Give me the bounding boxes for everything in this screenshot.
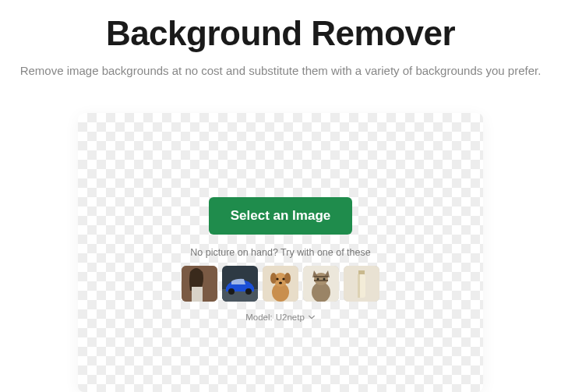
svg-point-22 <box>323 278 326 281</box>
svg-rect-24 <box>358 270 365 274</box>
svg-point-13 <box>276 277 278 280</box>
svg-point-11 <box>270 273 277 284</box>
svg-rect-3 <box>192 287 203 302</box>
model-value: U2netp <box>276 313 305 322</box>
svg-point-14 <box>282 277 284 280</box>
sample-image-woman[interactable] <box>182 266 217 302</box>
upload-dropzone[interactable]: Select an Image No picture on hand? Try … <box>78 113 483 392</box>
sample-images-row <box>182 266 379 302</box>
select-image-button[interactable]: Select an Image <box>209 197 353 235</box>
svg-point-12 <box>284 273 291 284</box>
chevron-down-icon <box>308 313 316 321</box>
sample-hint: No picture on hand? Try with one of thes… <box>190 247 370 258</box>
sample-image-cat[interactable] <box>303 266 339 302</box>
svg-rect-26 <box>358 274 360 298</box>
svg-point-7 <box>245 288 252 295</box>
svg-point-21 <box>317 278 319 281</box>
sample-image-car[interactable] <box>222 266 258 302</box>
model-selector[interactable]: Model: U2netp <box>245 313 316 322</box>
svg-point-15 <box>279 282 282 284</box>
model-label-prefix: Model: <box>245 313 273 322</box>
page-title: Background Remover <box>106 14 455 53</box>
svg-point-6 <box>228 288 235 295</box>
sample-image-tube[interactable] <box>344 266 379 302</box>
page-subtitle: Remove image backgrounds at no cost and … <box>20 64 542 77</box>
sample-image-dog[interactable] <box>263 266 298 302</box>
